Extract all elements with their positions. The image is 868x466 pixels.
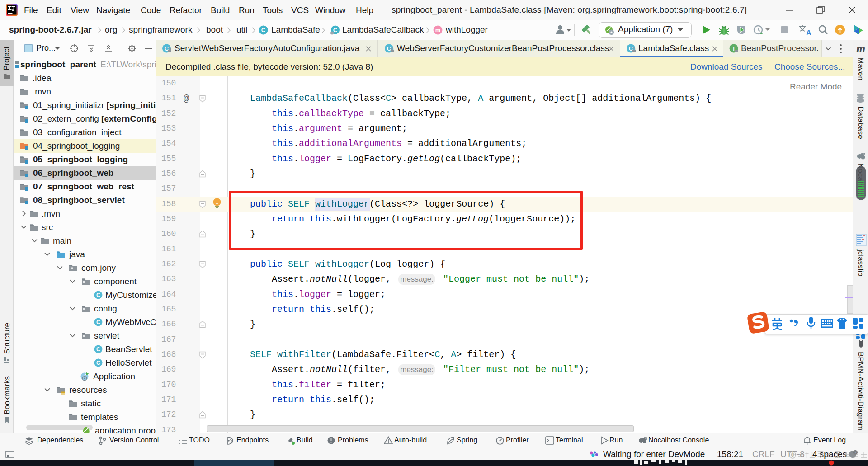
svg-text:I: I <box>733 45 735 52</box>
svg-text:A: A <box>806 29 811 36</box>
